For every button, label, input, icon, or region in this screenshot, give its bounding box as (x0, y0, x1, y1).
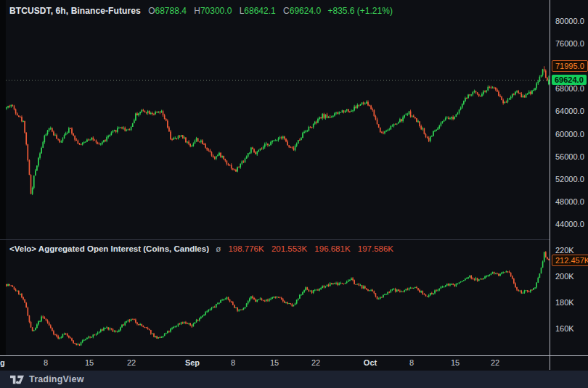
low-value: 68642.1 (244, 6, 275, 16)
price-legend: BTCUSDT, 6h, Binance-Futures O68788.4 H7… (9, 6, 393, 16)
axis-label: 180K (555, 298, 574, 307)
open-interest-pane[interactable]: <Velo> Aggregated Open Interest (Coins, … (6, 239, 550, 355)
axis-label: 44000.0 (555, 220, 584, 228)
oi-close-value: 197.586K (358, 244, 393, 253)
last-price-dotted-line (6, 80, 550, 81)
time-axis-label: Aug (0, 358, 5, 367)
axis-label: 60000.0 (555, 130, 584, 139)
oi-indicator-title: <Velo> Aggregated Open Interest (Coins, … (9, 244, 209, 253)
change-value: +835.6 (+1.21%) (327, 6, 392, 16)
open-value: 68788.4 (155, 6, 187, 16)
axis-label: 220K (555, 246, 574, 255)
axis-label: 80000.0 (555, 17, 584, 25)
time-axis-label: 22 (127, 358, 136, 367)
oi-low-value: 196.681K (314, 244, 350, 253)
close-value: 69624.0 (290, 6, 321, 16)
axis-label: 76000.0 (555, 39, 584, 48)
open-interest-candlestick-canvas[interactable] (6, 239, 550, 355)
open-interest-legend: <Velo> Aggregated Open Interest (Coins, … (9, 244, 393, 254)
axis-label: 200K (555, 272, 574, 281)
left-edge-strip (0, 0, 6, 355)
axis-label: 56000.0 (555, 152, 584, 161)
axis-label: 52000.0 (555, 175, 584, 183)
close-label: C (283, 6, 290, 16)
high-price-badge: 71995.0 (552, 60, 588, 72)
time-axis-label: 15 (451, 358, 460, 367)
trading-chart-window: BTCUSDT, 6h, Binance-Futures O68788.4 H7… (0, 0, 588, 388)
time-axis-label: 15 (270, 358, 279, 367)
axis-label: 64000.0 (555, 107, 584, 115)
axis-label: 68000.0 (555, 84, 584, 93)
time-axis-label: 8 (409, 358, 414, 367)
axis-label: 48000.0 (555, 197, 584, 206)
time-axis-label: 8 (231, 358, 235, 367)
last-value-badge: 212.457K (552, 255, 588, 266)
last-value-badge: 69624.0 (552, 75, 587, 85)
time-axis-label: 22 (311, 358, 320, 367)
average-symbol: ø (216, 244, 221, 253)
tradingview-logo-icon (10, 375, 24, 384)
price-candlestick-canvas[interactable] (6, 0, 550, 239)
high-label: H (194, 6, 200, 16)
pane-separator[interactable] (0, 239, 588, 240)
bottom-toolbar: TradingView (0, 371, 588, 388)
time-axis-label: 22 (491, 358, 499, 367)
price-pane[interactable]: BTCUSDT, 6h, Binance-Futures O68788.4 H7… (6, 0, 550, 239)
time-axis-label: Oct (364, 358, 377, 367)
oi-open-value: 198.776K (228, 244, 264, 253)
time-scale[interactable]: Aug81522Sep81522Oct81522 (0, 356, 550, 370)
time-axis-label: Sep (185, 358, 200, 367)
time-axis-label: 8 (44, 358, 48, 367)
tradingview-logo-link[interactable]: TradingView (10, 374, 84, 384)
price-scale[interactable]: 80000.076000.068000.064000.060000.056000… (550, 0, 588, 370)
axis-label: 160K (555, 324, 574, 333)
symbol-title: BTCUSDT, 6h, Binance-Futures (9, 6, 141, 16)
tradingview-brand-text: TradingView (29, 374, 84, 384)
time-axis-label: 15 (85, 358, 94, 367)
oi-high-value: 201.553K (271, 244, 307, 253)
time-axis-border (0, 355, 588, 356)
high-value: 70300.0 (200, 6, 232, 16)
open-label: O (148, 6, 155, 16)
